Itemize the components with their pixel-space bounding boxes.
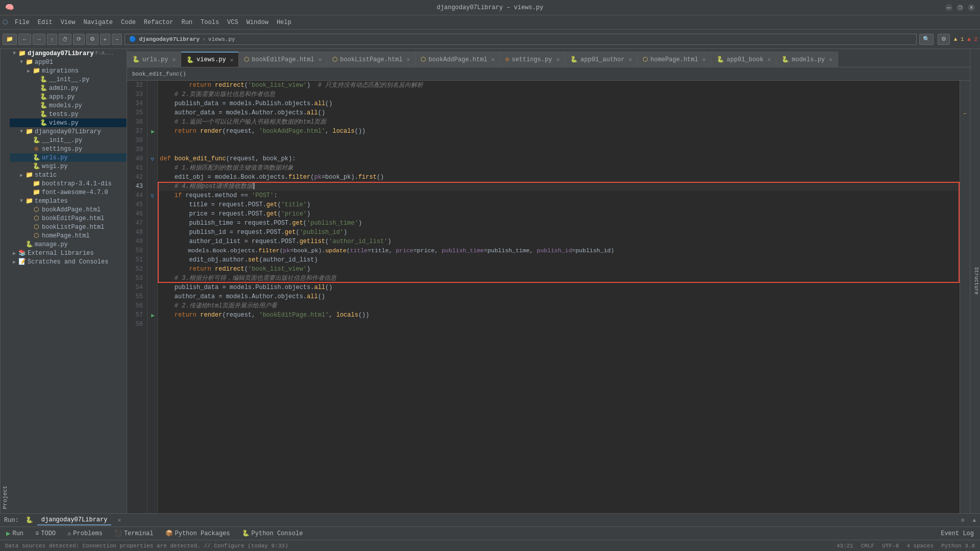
menu-file[interactable]: File: [11, 17, 34, 28]
menu-edit[interactable]: Edit: [34, 17, 57, 28]
code-line-55[interactable]: author_data = models.Author.objects.all(…: [158, 292, 960, 301]
tree-item-urls[interactable]: 🐍 urls.py: [10, 153, 127, 162]
code-line-40[interactable]: def book_edit_func(request, book_pk):: [158, 154, 960, 163]
tab-app01-author[interactable]: 🐍 app01_author ✕: [565, 52, 638, 67]
tab-homePage[interactable]: ⬡ homePage.html ✕: [638, 52, 711, 67]
code-line-48[interactable]: publish_id = request.POST.get('publish_i…: [158, 228, 960, 237]
event-log-button[interactable]: Event Log: [939, 530, 976, 538]
tab-settings-py[interactable]: ⚙ settings.py ✕: [500, 52, 565, 67]
tree-item-apps[interactable]: 🐍 apps.py: [10, 92, 127, 101]
tree-item-static[interactable]: ▶ 📁 static: [10, 171, 127, 179]
code-line-34[interactable]: publish_data = models.Publish.objects.al…: [158, 99, 960, 108]
code-line-53[interactable]: # 3.根据分析可得，编辑页面也需要出版社信息和作者信息: [158, 274, 960, 283]
code-line-33[interactable]: # 2.页面需要出版社信息和作者信息: [158, 90, 960, 99]
problems-button[interactable]: ⚠ Problems: [65, 529, 105, 538]
tab-close-bookListPage[interactable]: ✕: [407, 56, 410, 63]
code-line-37[interactable]: return render(request, 'bookAddPage.html…: [158, 127, 960, 136]
tree-item-bookListPage[interactable]: ⬡ bookListPage.html: [10, 223, 127, 231]
code-line-47[interactable]: publish_time = request.POST.get('publish…: [158, 219, 960, 228]
tree-item-proj-init[interactable]: 🐍 __init__.py: [10, 136, 127, 145]
nav-gear-btn[interactable]: ⚙: [938, 34, 950, 45]
nav-search-btn[interactable]: 🔍: [919, 34, 934, 45]
tab-close-app01-book[interactable]: ✕: [768, 56, 771, 63]
tree-item-wsgi[interactable]: 🐍 wsgi.py: [10, 162, 127, 171]
code-line-42[interactable]: edit_obj = models.Book.objects.filter(pk…: [158, 173, 960, 182]
gutter-icon-57[interactable]: ▶: [151, 312, 155, 319]
gutter-icon-37[interactable]: ▶: [151, 128, 155, 135]
minimize-button[interactable]: —: [945, 4, 952, 11]
tab-close-settings[interactable]: ✕: [556, 56, 560, 63]
tab-bookEditPage[interactable]: ⬡ bookEditPage.html ✕: [239, 52, 327, 67]
menu-view[interactable]: View: [57, 17, 80, 28]
tab-bookListPage[interactable]: ⬡ bookListPage.html ✕: [327, 52, 415, 67]
python-console-button[interactable]: 🐍 Python Console: [240, 529, 305, 538]
tab-close-app01-author[interactable]: ✕: [629, 56, 632, 63]
tab-close-views[interactable]: ✕: [230, 57, 234, 63]
run-button[interactable]: ▶ Run: [4, 529, 26, 538]
tab-models-py[interactable]: 🐍 models.py ✕: [776, 52, 838, 67]
tab-views-py[interactable]: 🐍 views.py ✕: [181, 52, 239, 67]
tree-item-admin[interactable]: 🐍 admin.py: [10, 84, 127, 92]
tab-app01-book[interactable]: 🐍 app01_book ✕: [712, 52, 777, 67]
run-gear[interactable]: ⚙: [961, 517, 965, 523]
code-line-57[interactable]: return render(request, 'bookEditPage.htm…: [158, 310, 960, 320]
run-expand[interactable]: ▲: [972, 517, 976, 523]
menu-code[interactable]: Code: [117, 17, 140, 28]
menu-refactor[interactable]: Refactor: [140, 17, 178, 28]
nav-forward-btn[interactable]: →: [33, 34, 45, 45]
python-packages-button[interactable]: 📦 Python Packages: [163, 529, 232, 538]
run-tab-active[interactable]: djangoday07Library: [37, 515, 112, 525]
tree-item-views[interactable]: 🐍 views.py: [10, 118, 127, 127]
nav-collapse-btn[interactable]: −: [112, 34, 122, 45]
nav-sync-btn[interactable]: ⟳: [73, 34, 85, 45]
code-line-41[interactable]: # 1.根据匹配到的数据主键值查询数据对象: [158, 163, 960, 173]
tree-item-ext-libs[interactable]: ▶ 📚 External Libraries: [10, 249, 127, 257]
code-line-51[interactable]: edit_obj.author.set(author_id_list): [158, 255, 960, 265]
close-button[interactable]: ✕: [968, 4, 975, 11]
tree-item-homePage[interactable]: ⬡ homePage.html: [10, 231, 127, 240]
terminal-button[interactable]: ⬛ Terminal: [112, 529, 156, 538]
nav-settings-btn[interactable]: ⚙: [86, 34, 99, 45]
menu-help[interactable]: Help: [273, 17, 296, 28]
project-tab[interactable]: Project: [0, 49, 10, 513]
tab-close-models[interactable]: ✕: [829, 56, 832, 63]
code-line-52[interactable]: return redirect('book_list_view'): [158, 265, 960, 274]
tree-item-models[interactable]: 🐍 models.py: [10, 101, 127, 110]
code-line-43[interactable]: # 4.根据post请求接收数据▌: [158, 182, 960, 191]
maximize-button[interactable]: ❐: [957, 4, 964, 11]
nav-back-btn[interactable]: ←: [18, 34, 31, 45]
fold-icon-40[interactable]: ▽: [151, 156, 154, 162]
tree-item-manage[interactable]: 🐍 manage.py: [10, 240, 127, 249]
code-line-38[interactable]: [158, 136, 960, 145]
todo-button[interactable]: ≡ TODO: [33, 530, 58, 538]
tree-item-root[interactable]: ▼ 📁 djangoday07Library F:A...: [10, 49, 127, 58]
code-line-45[interactable]: title = request.POST.get('title'): [158, 200, 960, 209]
tree-item-bookAddPage[interactable]: ⬡ bookAddPage.html: [10, 205, 127, 214]
tab-close-bookEditPage[interactable]: ✕: [318, 56, 322, 63]
tree-item-tests[interactable]: 🐍 tests.py: [10, 110, 127, 118]
tree-item-bootstrap[interactable]: 📁 bootstrap-3.4.1-dis: [10, 179, 127, 188]
menu-window[interactable]: Window: [242, 17, 273, 28]
tree-item-settings[interactable]: ⚙ settings.py: [10, 145, 127, 153]
tree-item-proj-folder[interactable]: ▼ 📁 djangoday07Library: [10, 127, 127, 136]
tree-item-scratches[interactable]: ▶ 📝 Scratches and Consoles: [10, 257, 127, 266]
menu-navigate[interactable]: Navigate: [79, 17, 117, 28]
tab-urls-py[interactable]: 🐍 urls.py ✕: [127, 52, 181, 67]
nav-recent-btn[interactable]: ⏱: [59, 34, 71, 45]
run-tab-close[interactable]: ✕: [117, 517, 121, 523]
code-line-54[interactable]: publish_data = models.Publish.objects.al…: [158, 283, 960, 292]
code-line-35[interactable]: author_data = models.Author.objects.all(…: [158, 108, 960, 117]
code-line-46[interactable]: price = request.POST.get('price'): [158, 209, 960, 219]
nav-up-btn[interactable]: ↑: [47, 34, 57, 45]
code-line-58[interactable]: [158, 320, 960, 329]
tab-close-urls[interactable]: ✕: [172, 56, 176, 63]
tree-item-bookEditPage[interactable]: ⬡ bookEditPage.html: [10, 214, 127, 223]
code-line-50[interactable]: models.Book.objects.filter(pk=book_pk).u…: [158, 246, 960, 255]
code-line-32[interactable]: return redirect('book_list_view') # 只支持没…: [158, 81, 960, 90]
code-editor[interactable]: 32 33 34 35 36 37 38 39 40 41 42 43 44 4…: [127, 81, 970, 513]
code-line-44[interactable]: if request.method == 'POST':: [158, 191, 960, 200]
code-line-39[interactable]: [158, 145, 960, 154]
tree-item-templates[interactable]: ▼ 📁 templates: [10, 197, 127, 205]
tree-item-app01[interactable]: ▼ 📁 app01: [10, 58, 127, 66]
tab-close-bookAddPage[interactable]: ✕: [492, 56, 495, 63]
